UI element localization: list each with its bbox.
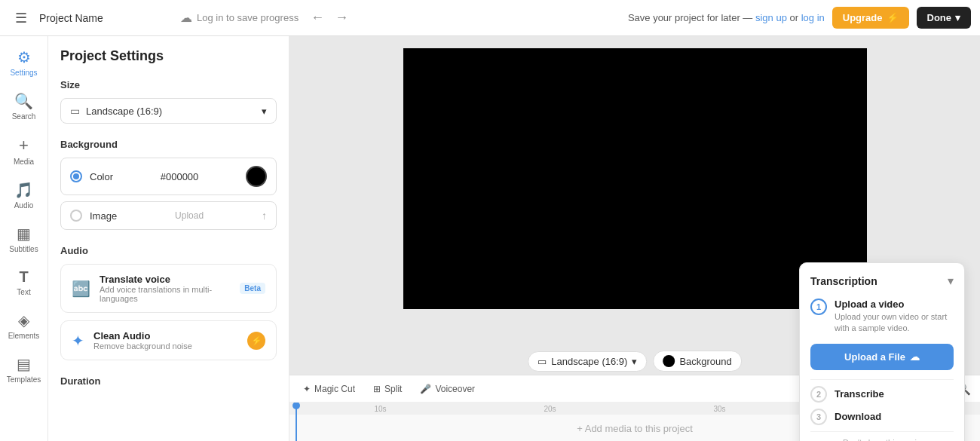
- upload-text: Upload: [175, 210, 204, 221]
- sidebar-item-audio[interactable]: 🎵 Audio: [3, 175, 45, 216]
- sidebar-item-media[interactable]: + Media: [3, 130, 45, 172]
- undo-redo-group: ← →: [308, 8, 351, 27]
- add-media-label: + Add media to this project: [577, 423, 693, 434]
- size-dropdown[interactable]: ▭ Landscape (16:9) ▾: [60, 98, 277, 124]
- bolt-icon: ⚡: [887, 12, 899, 23]
- mic-icon: 🎤: [420, 384, 431, 394]
- magic-cut-label: Magic Cut: [314, 384, 355, 394]
- video-controls-bar: ▭ Landscape (16:9) ▾ Background: [528, 351, 742, 372]
- upload-cloud-icon: ☁: [910, 351, 920, 363]
- sidebar-item-text[interactable]: T Text: [3, 262, 45, 302]
- image-radio[interactable]: [70, 210, 82, 222]
- duration-section: Duration: [60, 375, 277, 387]
- dont-show-link[interactable]: Don't show this again: [810, 438, 954, 441]
- landscape-pill-icon: ▭: [537, 356, 547, 367]
- sidebar-item-elements[interactable]: ◈ Elements: [3, 305, 45, 346]
- topbar: ☰ ☁ Log in to save progress ← → Save you…: [0, 0, 980, 36]
- step-2-number: 2: [810, 386, 827, 403]
- landscape-pill-label: Landscape (16:9): [551, 356, 627, 367]
- settings-icon: ⚙: [17, 48, 31, 66]
- ruler-tick-20: 20s: [465, 405, 635, 413]
- video-area: ▭ Landscape (16:9) ▾ Background ✦ Magic …: [289, 36, 980, 441]
- cloud-icon: ☁: [180, 11, 192, 25]
- step-1-number: 1: [810, 299, 827, 315]
- background-section: Background Color #000000 Image Upload ↑: [60, 139, 277, 230]
- duration-label: Duration: [60, 375, 277, 387]
- voiceover-button[interactable]: 🎤 Voiceover: [415, 381, 479, 397]
- transcription-step-3: 3 Download: [810, 409, 954, 425]
- upload-file-button[interactable]: Upload a File ☁: [810, 344, 954, 370]
- divider-2: [810, 431, 954, 432]
- premium-badge: ⚡: [247, 332, 265, 350]
- plus-icon: +: [19, 136, 29, 155]
- log-in-link[interactable]: log in: [801, 12, 825, 23]
- step-3-number: 3: [810, 409, 827, 425]
- save-progress-label: Log in to save progress: [197, 12, 299, 23]
- color-radio[interactable]: [70, 170, 82, 182]
- beta-badge: Beta: [240, 283, 265, 294]
- divider-1: [810, 379, 954, 380]
- size-label: Size: [60, 79, 277, 90]
- image-option[interactable]: Image Upload ↑: [60, 201, 277, 230]
- search-icon: 🔍: [14, 92, 33, 110]
- color-label: Color: [90, 171, 113, 182]
- landscape-icon: ▭: [70, 105, 80, 117]
- size-section: Size ▭ Landscape (16:9) ▾: [60, 79, 277, 124]
- transcription-step-1: 1 Upload a video Upload your own video o…: [810, 299, 954, 335]
- image-label: Image: [90, 210, 117, 222]
- sidebar-item-templates[interactable]: ▤ Templates: [3, 349, 45, 390]
- step-1-title: Upload a video: [835, 299, 954, 310]
- magic-cut-button[interactable]: ✦ Magic Cut: [299, 381, 360, 397]
- sidebar-item-search[interactable]: 🔍 Search: [3, 86, 45, 127]
- topbar-left: ☰: [9, 4, 171, 32]
- templates-icon: ▤: [17, 355, 31, 373]
- sidebar-item-subtitles[interactable]: ▦ Subtitles: [3, 219, 45, 259]
- background-label: Background: [60, 139, 277, 150]
- menu-button[interactable]: ☰: [9, 4, 33, 32]
- topbar-actions: Save your project for later — sign up or…: [628, 7, 971, 29]
- background-pill-label: Background: [679, 356, 731, 367]
- panel-title: Project Settings: [60, 48, 277, 64]
- audio-section-label: Audio: [60, 245, 277, 256]
- background-pill[interactable]: Background: [653, 351, 741, 372]
- split-label: Split: [384, 384, 402, 394]
- transcription-header: Transcription ▾: [810, 274, 954, 288]
- color-swatch[interactable]: [246, 166, 267, 187]
- icon-sidebar: ⚙ Settings 🔍 Search + Media 🎵 Audio ▦ Su…: [0, 36, 48, 441]
- split-button[interactable]: ⊞ Split: [369, 381, 406, 397]
- upgrade-button[interactable]: Upgrade ⚡: [832, 7, 909, 29]
- timeline-cursor: [296, 403, 297, 441]
- step-2-label: Transcribe: [835, 388, 884, 400]
- sidebar-item-settings[interactable]: ⚙ Settings: [3, 42, 45, 83]
- background-color-dot: [663, 355, 675, 367]
- audio-icon: 🎵: [14, 181, 33, 199]
- subtitles-icon: ▦: [17, 225, 31, 243]
- audio-section: Audio 🔤 Translate voice Add voice transl…: [60, 245, 277, 360]
- size-value: Landscape (16:9): [86, 106, 162, 117]
- upload-icon: ↑: [262, 210, 267, 222]
- sidebar-text-label: Text: [17, 288, 30, 296]
- color-hex-value: #000000: [161, 171, 199, 182]
- redo-button[interactable]: →: [332, 8, 351, 27]
- collapse-button[interactable]: ▾: [948, 274, 954, 288]
- video-canvas: [403, 48, 867, 309]
- transcription-panel: Transcription ▾ 1 Upload a video Upload …: [799, 262, 965, 441]
- sidebar-settings-label: Settings: [10, 69, 37, 77]
- main-layout: ⚙ Settings 🔍 Search + Media 🎵 Audio ▦ Su…: [0, 36, 980, 441]
- sidebar-elements-label: Elements: [8, 332, 40, 340]
- undo-button[interactable]: ←: [308, 8, 327, 27]
- translate-voice-card[interactable]: 🔤 Translate voice Add voice translations…: [60, 264, 277, 313]
- landscape-pill[interactable]: ▭ Landscape (16:9) ▾: [528, 351, 647, 372]
- translate-voice-title: Translate voice: [100, 274, 231, 285]
- voiceover-label: Voiceover: [435, 384, 475, 394]
- save-account-text: Save your project for later — sign up or…: [628, 12, 825, 23]
- elements-icon: ◈: [18, 311, 29, 329]
- clean-audio-card[interactable]: ✦ Clean Audio Remove background noise ⚡: [60, 320, 277, 360]
- split-icon: ⊞: [373, 384, 381, 394]
- ruler-tick-30: 30s: [635, 405, 804, 413]
- sign-up-link[interactable]: sign up: [755, 12, 787, 23]
- project-name-input[interactable]: [39, 12, 171, 24]
- done-button[interactable]: Done ▾: [917, 7, 972, 29]
- color-option[interactable]: Color #000000: [60, 158, 277, 195]
- settings-panel: Project Settings Size ▭ Landscape (16:9)…: [48, 36, 289, 441]
